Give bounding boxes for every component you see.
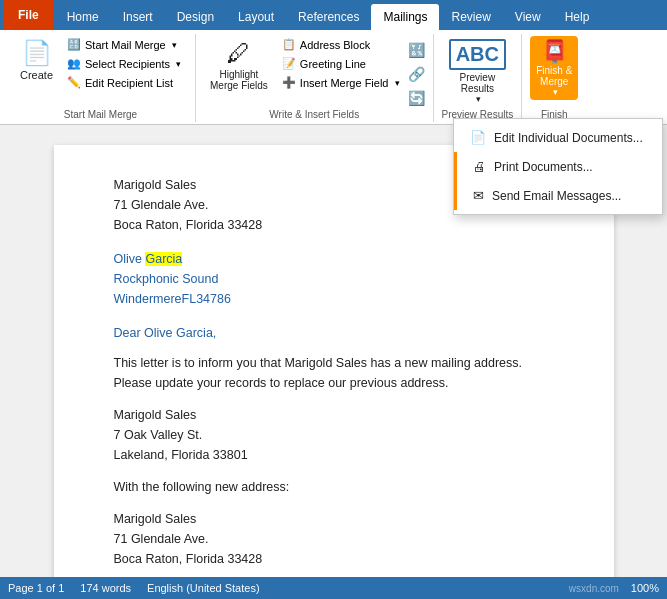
edit-recipient-button[interactable]: ✏️ Edit Recipient List (61, 74, 187, 91)
rules-icon[interactable]: 🔣 (408, 42, 425, 58)
tab-view[interactable]: View (503, 4, 553, 30)
new-address-block: Marigold Sales 71 Glendale Ave. Boca Rat… (114, 509, 554, 569)
edit-individual-documents-item[interactable]: 📄 Edit Individual Documents... (454, 123, 662, 152)
start-merge-chevron: ▾ (172, 40, 177, 50)
write-insert-buttons: 🖊 Highlight Merge Fields 📋 Address Block… (204, 36, 424, 107)
insert-merge-field-button[interactable]: ➕ Insert Merge Field ▾ (276, 74, 406, 91)
finish-buttons: 📮 Finish & Merge ▾ (530, 36, 578, 107)
write-insert-label: Write & Insert Fields (269, 107, 359, 120)
tab-review[interactable]: Review (439, 4, 502, 30)
salutation: Dear Olive Garcia, (114, 323, 554, 343)
highlight-icon: 🖊 (227, 39, 251, 67)
status-left: Page 1 of 1 174 words English (United St… (8, 582, 260, 594)
recipient-location: WindermereFL34786 (114, 289, 554, 309)
finish-merge-chevron: ▾ (553, 87, 558, 97)
update-labels-icon[interactable]: 🔄 (408, 90, 425, 106)
merge-small-btns: 🔠 Start Mail Merge ▾ 👥 Select Recipients… (61, 36, 187, 91)
with-following-text: With the following new address: (114, 477, 554, 497)
status-right: wsxdn.com 100% (569, 582, 659, 594)
extra-icons-col: 🔣 🔗 🔄 (408, 36, 425, 106)
recipient-name: Olive Garcia (114, 249, 554, 269)
tab-mailings[interactable]: Mailings (371, 4, 439, 30)
preview-buttons: ABC Preview Results ▾ (443, 36, 512, 107)
group-preview-results: ABC Preview Results ▾ Preview Results (434, 34, 523, 122)
print-icon: 🖨 (473, 159, 486, 174)
watermark: wsxdn.com (569, 583, 619, 594)
new-company: Marigold Sales (114, 509, 554, 529)
finish-merge-button[interactable]: 📮 Finish & Merge ▾ (530, 36, 578, 100)
ribbon-content: 📄 Create 🔠 Start Mail Merge ▾ 👥 Select R… (0, 30, 667, 125)
select-recipients-button[interactable]: 👥 Select Recipients ▾ (61, 55, 187, 72)
greeting-line-button[interactable]: 📝 Greeting Line (276, 55, 406, 72)
insert-merge-chevron: ▾ (395, 78, 400, 88)
prev-city: Lakeland, Florida 33801 (114, 445, 554, 465)
start-merge-label: Start Mail Merge (64, 107, 137, 120)
preview-chevron: ▾ (476, 94, 481, 104)
address-block-button[interactable]: 📋 Address Block (276, 36, 406, 53)
recipient-company: Rockphonic Sound (114, 269, 554, 289)
send-email-messages-item[interactable]: ✉ Send Email Messages... (454, 181, 662, 210)
prev-street: 7 Oak Valley St. (114, 425, 554, 445)
edit-individual-icon: 📄 (470, 130, 486, 145)
preview-results-button[interactable]: ABC Preview Results ▾ (443, 36, 512, 107)
word-count: 174 words (80, 582, 131, 594)
sender-line3: Boca Raton, Florida 33428 (114, 215, 554, 235)
new-street: 71 Glendale Ave. (114, 529, 554, 549)
new-city: Boca Raton, Florida 33428 (114, 549, 554, 569)
tab-file[interactable]: File (4, 0, 53, 30)
finish-merge-dropdown: 📄 Edit Individual Documents... 🖨 Print D… (453, 118, 663, 215)
prev-company: Marigold Sales (114, 405, 554, 425)
greeting-line-icon: 📝 (282, 57, 296, 70)
tab-bar: File Home Insert Design Layout Reference… (0, 0, 667, 30)
start-merge-icon: 🔠 (67, 38, 81, 51)
recipients-chevron: ▾ (176, 59, 181, 69)
start-mail-merge-button[interactable]: 🔠 Start Mail Merge ▾ (61, 36, 187, 53)
status-bar: Page 1 of 1 174 words English (United St… (0, 577, 667, 599)
highlight-merge-fields-button[interactable]: 🖊 Highlight Merge Fields (204, 36, 274, 94)
zoom-level: 100% (631, 582, 659, 594)
abc-label: ABC (449, 39, 506, 70)
edit-recipient-icon: ✏️ (67, 76, 81, 89)
tab-layout[interactable]: Layout (226, 4, 286, 30)
recipients-icon: 👥 (67, 57, 81, 70)
group-finish: 📮 Finish & Merge ▾ Finish (522, 34, 586, 122)
recipient-name-highlighted: Garcia (145, 252, 182, 266)
field-small-btns: 📋 Address Block 📝 Greeting Line ➕ Insert… (276, 36, 406, 91)
print-documents-item[interactable]: 🖨 Print Documents... (454, 152, 662, 181)
start-merge-buttons: 📄 Create 🔠 Start Mail Merge ▾ 👥 Select R… (14, 36, 187, 107)
tab-references[interactable]: References (286, 4, 371, 30)
create-icon: 📄 (22, 39, 52, 67)
insert-merge-icon: ➕ (282, 76, 296, 89)
tab-help[interactable]: Help (553, 4, 602, 30)
group-start-mail-merge: 📄 Create 🔠 Start Mail Merge ▾ 👥 Select R… (6, 34, 196, 122)
group-write-insert: 🖊 Highlight Merge Fields 📋 Address Block… (196, 34, 433, 122)
recipient-block: Olive Garcia Rockphonic Sound Windermere… (114, 249, 554, 309)
language: English (United States) (147, 582, 260, 594)
finish-merge-icon: 📮 (541, 39, 568, 65)
email-icon: ✉ (473, 188, 484, 203)
dropdown-overlay: 📄 Edit Individual Documents... 🖨 Print D… (453, 118, 663, 215)
tab-design[interactable]: Design (165, 4, 226, 30)
match-fields-icon[interactable]: 🔗 (408, 66, 425, 82)
create-button[interactable]: 📄 Create (14, 36, 59, 84)
prev-address-block: Marigold Sales 7 Oak Valley St. Lakeland… (114, 405, 554, 465)
address-block-icon: 📋 (282, 38, 296, 51)
body-para1: This letter is to inform you that Marigo… (114, 353, 554, 393)
page-info: Page 1 of 1 (8, 582, 64, 594)
tab-home[interactable]: Home (55, 4, 111, 30)
tab-insert[interactable]: Insert (111, 4, 165, 30)
